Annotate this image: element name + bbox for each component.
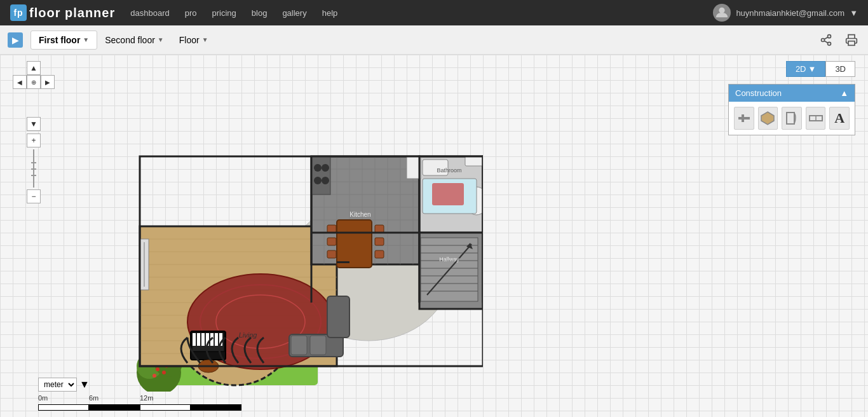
main-area: ▲ ◀ ⊕ ▶ ▼ + −	[0, 55, 868, 417]
pan-left-button[interactable]: ◀	[13, 75, 27, 89]
svg-point-66	[314, 177, 322, 184]
scale-mark-6: 6m	[89, 394, 140, 402]
view-toggle: 2D ▼ 3D	[786, 61, 855, 77]
svg-marker-121	[761, 112, 774, 125]
canvas-area[interactable]: ▲ ◀ ⊕ ▶ ▼ + −	[0, 55, 868, 417]
print-button[interactable]	[843, 31, 860, 49]
svg-rect-96	[197, 333, 200, 346]
floor-tool-button[interactable]	[758, 107, 778, 130]
zoom-controls: + −	[27, 133, 41, 203]
unit-dropdown-arrow[interactable]: ▼	[79, 379, 90, 390]
svg-rect-73	[432, 183, 464, 205]
pan-down-button[interactable]: ▼	[27, 117, 41, 131]
construction-header: Construction ▲	[729, 85, 855, 102]
pan-right-button[interactable]: ▶	[41, 75, 55, 89]
first-floor-tab[interactable]: First floor ▼	[31, 31, 97, 50]
app-logo[interactable]: fp floor planner	[10, 4, 115, 21]
user-email: huynhmaianhkiet@gmail.com	[736, 8, 844, 18]
floor-plan: Garage	[64, 74, 483, 394]
pan-center-button[interactable]: ⊕	[27, 75, 41, 89]
2d-arrow-icon: ▼	[808, 64, 817, 74]
svg-rect-63	[311, 156, 330, 195]
svg-rect-91	[291, 336, 307, 355]
collapse-button[interactable]: ▶	[8, 32, 23, 48]
nav-pro[interactable]: pro	[185, 8, 197, 18]
zoom-out-button[interactable]: −	[27, 189, 41, 203]
first-floor-arrow: ▼	[83, 36, 89, 43]
svg-rect-71	[465, 156, 483, 166]
svg-rect-97	[201, 333, 205, 346]
pan-up-button[interactable]: ▲	[27, 61, 41, 75]
scale-segment-white-2	[140, 404, 191, 411]
svg-rect-61	[375, 250, 384, 258]
scale-bar-visual	[38, 404, 241, 411]
wall-tool-button[interactable]	[734, 107, 754, 130]
pan-cross: ◀ ⊕ ▶	[13, 75, 55, 117]
svg-rect-6	[848, 41, 855, 45]
construction-panel: Construction ▲	[728, 84, 855, 135]
svg-text:Hallway: Hallway	[439, 256, 459, 263]
floor-bar: ▶ First floor ▼ Second floor ▼ Floor ▼	[0, 25, 868, 55]
construction-collapse-arrow[interactable]: ▲	[840, 88, 848, 98]
unit-selector: meter ▼	[38, 378, 241, 392]
door-tool-button[interactable]	[782, 107, 802, 130]
svg-point-2	[822, 38, 825, 41]
nav-blog[interactable]: blog	[252, 8, 268, 18]
scale-mark-0: 0m	[38, 394, 89, 402]
logo-text: floor planner	[29, 6, 115, 20]
nav-gallery[interactable]: gallery	[282, 8, 306, 18]
svg-point-0	[719, 8, 725, 13]
user-area[interactable]: huynhmaianhkiet@gmail.com ▼	[713, 4, 858, 22]
text-tool-button[interactable]: A	[829, 107, 850, 130]
user-dropdown-arrow[interactable]: ▼	[850, 8, 858, 18]
svg-rect-106	[337, 261, 349, 263]
floor-dropdown[interactable]: Floor ▼	[172, 31, 216, 49]
nav-dashboard[interactable]: dashboard	[130, 8, 169, 18]
scale-segment-black-2	[191, 404, 241, 411]
unit-select[interactable]: meter	[38, 378, 77, 392]
svg-line-4	[824, 41, 828, 43]
3d-view-button[interactable]: 3D	[825, 61, 855, 77]
logo-icon: fp	[10, 4, 27, 21]
2d-view-button[interactable]: 2D ▼	[786, 61, 826, 77]
svg-rect-100	[215, 333, 218, 346]
floor-arrow: ▼	[202, 36, 208, 43]
zoom-in-button[interactable]: +	[27, 133, 41, 147]
svg-rect-58	[327, 250, 336, 258]
svg-point-67	[322, 177, 329, 184]
svg-point-1	[828, 34, 831, 38]
scale-segment-white-1	[38, 404, 89, 411]
svg-line-5	[824, 37, 828, 39]
scale-segment-black-1	[89, 404, 140, 411]
first-floor-label: First floor	[39, 35, 80, 45]
nav-help[interactable]: help	[322, 8, 338, 18]
second-floor-label: Second floor	[105, 35, 155, 45]
svg-rect-60	[375, 238, 384, 245]
svg-rect-95	[193, 333, 196, 346]
svg-rect-57	[327, 238, 336, 245]
top-navigation: fp floor planner dashboard pro pricing b…	[0, 0, 868, 25]
window-tool-button[interactable]	[806, 107, 826, 130]
second-floor-tab[interactable]: Second floor ▼	[97, 31, 172, 49]
svg-point-64	[314, 164, 322, 172]
svg-rect-56	[327, 225, 336, 233]
svg-rect-90	[327, 296, 349, 338]
second-floor-arrow: ▼	[158, 36, 164, 43]
svg-point-65	[322, 164, 329, 172]
svg-rect-120	[742, 120, 744, 122]
svg-rect-122	[787, 113, 794, 124]
share-button[interactable]	[817, 31, 835, 49]
construction-tools: A	[729, 102, 855, 135]
svg-rect-92	[310, 336, 326, 355]
scale-mark-12: 12m	[140, 394, 191, 402]
svg-point-12	[156, 367, 159, 371]
scale-bar: meter ▼ 0m 6m 12m	[38, 378, 241, 411]
svg-rect-59	[375, 225, 384, 233]
nav-pricing[interactable]: pricing	[212, 8, 236, 18]
svg-rect-55	[337, 220, 372, 268]
svg-text:Living: Living	[239, 331, 258, 339]
floor-label: Floor	[179, 35, 200, 45]
avatar	[713, 4, 731, 22]
navigation-controls: ▲ ◀ ⊕ ▶ ▼ + −	[13, 61, 55, 203]
scale-labels: 0m 6m 12m	[38, 394, 241, 402]
